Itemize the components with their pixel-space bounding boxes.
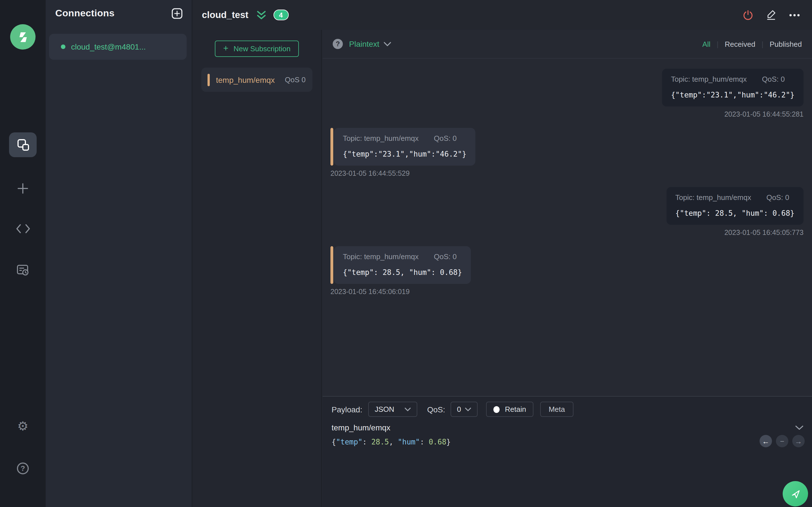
editor-token: "temp"	[336, 438, 363, 446]
connection-header: cloud_test 4	[192, 0, 812, 30]
message-qos: QoS: 0	[434, 252, 457, 261]
sidebar-item-help[interactable]: ?	[14, 461, 32, 475]
payload-format-value: JSON	[375, 405, 394, 413]
connection-status-dot	[61, 45, 65, 49]
message-published: Topic: temp_hum/emqx QoS: 0 {"temp": 28.…	[331, 187, 804, 237]
connections-icon	[16, 138, 30, 152]
meta-button[interactable]: Meta	[540, 402, 573, 417]
filter-divider: |	[762, 40, 763, 48]
editor-token: {	[332, 438, 336, 446]
payload-label: Payload:	[332, 405, 362, 414]
ellipsis-icon	[789, 13, 800, 17]
editor-token: 28.5	[371, 438, 389, 446]
message-qos: QoS: 0	[434, 134, 457, 143]
connection-title: cloud_test	[202, 10, 248, 20]
chevron-down-icon[interactable]	[383, 41, 391, 47]
power-icon	[743, 10, 753, 20]
message-filters: All | Received | Published	[702, 40, 802, 48]
more-options-button[interactable]	[789, 13, 800, 17]
message-bubble[interactable]: Topic: temp_hum/emqx QoS: 0 {"temp": 28.…	[334, 246, 471, 284]
code-icon	[15, 223, 30, 235]
sidebar-item-settings[interactable]: ⚙	[14, 419, 32, 434]
message-format-select[interactable]: Plaintext	[349, 40, 379, 48]
mqttx-app: ⚙ ? Connections cloud_test@m4801... clo	[0, 0, 812, 507]
gear-icon: ⚙	[17, 420, 28, 433]
retain-dot-icon	[494, 406, 500, 413]
expand-editor-button[interactable]	[795, 425, 804, 430]
send-button[interactable]	[783, 481, 808, 506]
sidebar-item-log[interactable]	[14, 263, 32, 277]
subscription-item[interactable]: temp_hum/emqx QoS 0	[201, 68, 312, 92]
retain-toggle[interactable]: Retain	[486, 402, 534, 417]
payload-format-select[interactable]: JSON	[368, 402, 417, 417]
payload-editor[interactable]: {"temp": 28.5, "hum": 0.68}	[322, 432, 812, 446]
received-color-bar	[331, 128, 333, 166]
subscription-qos: QoS 0	[285, 75, 306, 84]
message-bubble[interactable]: Topic: temp_hum/emqx QoS: 0 {"temp": 28.…	[666, 187, 804, 225]
subscription-topic: temp_hum/emqx	[216, 75, 285, 84]
sidebar-item-script[interactable]	[14, 221, 32, 236]
send-icon	[790, 488, 801, 499]
qos-select[interactable]: 0	[451, 402, 478, 417]
message-qos: QoS: 0	[766, 193, 789, 202]
message-payload: {"temp":"23.1","hum":"46.2"}	[343, 150, 466, 158]
connection-list-item[interactable]: cloud_test@m4801...	[49, 34, 187, 60]
connections-title: Connections	[55, 8, 114, 19]
plus-icon: +	[223, 44, 229, 53]
plus-icon	[16, 181, 30, 195]
message-topic: Topic: temp_hum/emqx	[343, 134, 419, 143]
log-icon	[16, 263, 30, 277]
collapse-panel-button[interactable]	[256, 10, 266, 20]
payload-format-help-icon[interactable]: ?	[333, 39, 343, 49]
history-nav: ← − →	[760, 435, 805, 447]
message-qos: QoS: 0	[762, 75, 785, 83]
qos-value: 0	[457, 405, 461, 413]
edit-connection-button[interactable]	[766, 10, 776, 20]
message-payload: {"temp": 28.5, "hum": 0.68}	[343, 268, 462, 277]
message-timestamp: 2023-01-05 16:45:06:019	[331, 288, 410, 296]
message-timestamp: 2023-01-05 16:44:55:529	[331, 170, 410, 177]
chevron-down-icon	[405, 407, 411, 411]
double-chevron-down-icon	[256, 10, 266, 20]
filter-received[interactable]: Received	[725, 40, 755, 48]
subscriptions-panel: + New Subscription temp_hum/emqx QoS 0	[192, 30, 322, 507]
icon-sidebar: ⚙ ?	[0, 0, 46, 507]
message-list: Topic: temp_hum/emqx QoS: 0 {"temp":"23.…	[322, 59, 812, 396]
connection-name: cloud_test@m4801...	[71, 42, 146, 51]
message-received: Topic: temp_hum/emqx QoS: 0 {"temp":"23.…	[331, 128, 804, 177]
message-bubble[interactable]: Topic: temp_hum/emqx QoS: 0 {"temp":"23.…	[662, 69, 804, 107]
message-topic: Topic: temp_hum/emqx	[343, 252, 419, 261]
add-connection-button[interactable]	[171, 8, 183, 19]
subscription-color-bar	[207, 73, 210, 86]
message-published: Topic: temp_hum/emqx QoS: 0 {"temp":"23.…	[331, 69, 804, 118]
qos-label: QoS:	[427, 405, 445, 414]
publish-options-bar: Payload: JSON QoS: 0 Retain Meta	[322, 397, 812, 417]
filter-all[interactable]: All	[702, 40, 711, 48]
message-timestamp: 2023-01-05 16:45:05:773	[724, 229, 804, 237]
publish-topic-row: temp_hum/emqx	[322, 417, 812, 432]
received-color-bar	[331, 246, 333, 284]
history-back-button[interactable]: ←	[760, 435, 772, 447]
message-topic: Topic: temp_hum/emqx	[671, 75, 747, 83]
message-bubble[interactable]: Topic: temp_hum/emqx QoS: 0 {"temp":"23.…	[334, 128, 475, 166]
publish-panel: Payload: JSON QoS: 0 Retain Meta	[322, 396, 812, 507]
pencil-icon	[766, 10, 776, 20]
new-subscription-button[interactable]: + New Subscription	[215, 41, 299, 57]
sidebar-item-connections[interactable]	[9, 132, 37, 157]
retain-label: Retain	[505, 405, 526, 413]
messages-toolbar: ? Plaintext All | Received | Published	[322, 30, 812, 59]
chevron-down-icon	[465, 407, 472, 411]
editor-token: ,	[389, 438, 398, 446]
messages-area: ? Plaintext All | Received | Published T…	[322, 30, 812, 507]
topic-input[interactable]: temp_hum/emqx	[332, 423, 391, 432]
history-clear-button[interactable]: −	[776, 435, 788, 447]
filter-divider: |	[717, 40, 719, 48]
sidebar-item-new-connection[interactable]	[14, 181, 32, 195]
message-timestamp: 2023-01-05 16:44:55:281	[724, 110, 804, 118]
disconnect-button[interactable]	[743, 10, 753, 20]
filter-published[interactable]: Published	[770, 40, 802, 48]
new-subscription-label: New Subscription	[234, 45, 290, 53]
history-forward-button[interactable]: →	[792, 435, 805, 447]
editor-token: :	[363, 438, 371, 446]
help-icon: ?	[17, 462, 29, 474]
